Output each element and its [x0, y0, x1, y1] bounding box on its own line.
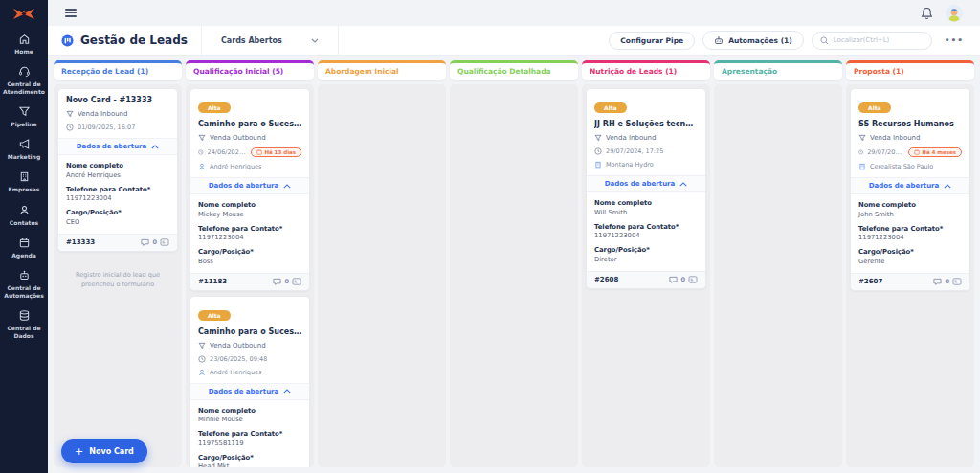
- sidebar-item-central-de-automacoes[interactable]: Central de Automações: [1, 269, 47, 300]
- column-recepcao-de-lead: Recepção de Lead (1) Novo Card - #13333 …: [54, 60, 182, 467]
- view-selector-dropdown[interactable]: Cards Abertos: [201, 26, 339, 55]
- card-id: #11183: [198, 278, 227, 285]
- priority-badge: Alta: [198, 310, 231, 321]
- details-icon[interactable]: [160, 238, 169, 246]
- column-header: Nutrição de Leads (1): [582, 60, 710, 80]
- dados-abertura-toggle[interactable]: Dados de abertura: [851, 177, 969, 194]
- column-header: Qualificação Detalhada: [450, 60, 578, 80]
- card-datetime: 23/06/2025, 09:48: [210, 355, 267, 363]
- field-value: 11971223004: [594, 232, 698, 239]
- chevron-up-icon: [283, 389, 291, 394]
- card-datetime: 01/09/2025, 16:07: [78, 124, 135, 131]
- sidebar-item-label: Empresas: [9, 186, 40, 193]
- comment-count: 0: [284, 278, 289, 285]
- new-card-label: Novo Card: [89, 447, 134, 456]
- priority-badge: Alta: [594, 102, 627, 113]
- field-value: 11971223004: [858, 234, 962, 241]
- lead-card[interactable]: Novo Card - #13333 Venda Inbound 01/09/2…: [57, 88, 178, 252]
- field-label: Cargo/Posição*: [858, 248, 962, 256]
- details-icon[interactable]: [292, 278, 301, 285]
- comment-icon[interactable]: [141, 238, 149, 247]
- app-logo: [11, 0, 36, 29]
- pipe-logo-icon: [61, 34, 74, 47]
- dados-abertura-toggle[interactable]: Dados de abertura: [587, 175, 705, 192]
- sidebar-item-marketing[interactable]: Marketing: [1, 138, 47, 161]
- more-options-button[interactable]: •••: [940, 35, 969, 45]
- avatar[interactable]: [946, 5, 963, 22]
- search-input[interactable]: [812, 32, 932, 50]
- field-value: Mickey Mouse: [198, 211, 301, 218]
- sidebar-item-pipeline[interactable]: Pipeline: [1, 105, 47, 128]
- clock-icon: [66, 124, 74, 131]
- column-abordagem-inicial: Abordagem Inicial: [318, 60, 446, 467]
- field-label: Nome completo: [858, 201, 962, 209]
- headset-icon: [18, 65, 31, 78]
- field-value: 11975581119: [198, 439, 301, 447]
- pipeline-icon: [198, 134, 206, 142]
- dados-abertura-toggle[interactable]: Dados de abertura: [58, 138, 177, 155]
- column-body: [450, 84, 578, 467]
- column-body: Alta SS Recursos Humanos Venda Inbound 2…: [846, 84, 974, 467]
- database-icon: [18, 309, 31, 322]
- card-title: Caminho para o Sucesso - #3...: [198, 120, 301, 128]
- sidebar-item-central-de-atendimento[interactable]: Central de Atendimento: [1, 65, 47, 96]
- clock-icon: [198, 355, 206, 363]
- field-value: Gerente: [858, 258, 962, 265]
- field-label: Nome completo: [66, 162, 169, 169]
- card-company: Cerealista São Paulo: [870, 163, 933, 170]
- sidebar-item-home[interactable]: Home: [1, 33, 47, 56]
- sidebar-item-contatos[interactable]: Contatos: [1, 204, 47, 227]
- person-icon: [198, 163, 206, 170]
- comment-icon[interactable]: [273, 278, 281, 286]
- megaphone-icon: [18, 138, 31, 150]
- automations-button[interactable]: Automações (1): [702, 31, 804, 50]
- field-label: Telefone para Contato*: [198, 430, 301, 438]
- lead-card[interactable]: Alta Caminho para o Sucesso - #3... Vend…: [189, 296, 310, 468]
- sidebar-item-label: Pipeline: [11, 121, 36, 128]
- sidebar-item-label: Central de Dados: [1, 325, 47, 340]
- sidebar-item-label: Contatos: [10, 219, 38, 227]
- clock-icon: [858, 148, 863, 156]
- sidebar-item-empresas[interactable]: Empresas: [1, 170, 47, 193]
- card-pipeline: Venda Outbound: [210, 134, 266, 142]
- plus-icon: +: [75, 448, 83, 456]
- card-id: #2607: [858, 278, 882, 285]
- main-content: Gestão de Leads Cards Abertos Configurar…: [48, 0, 980, 473]
- field-value: CEO: [66, 218, 169, 226]
- card-datetime: 29/07/2024, 17:24: [867, 148, 904, 156]
- app: Home Central de Atendimento Pipeline Mar…: [0, 0, 980, 473]
- building-icon: [18, 170, 31, 183]
- field-value: André Henriques: [66, 171, 169, 179]
- field-value: Diretor: [594, 256, 698, 263]
- new-card-button[interactable]: + Novo Card: [61, 439, 147, 463]
- configure-pipe-button[interactable]: Configurar Pipe: [609, 32, 695, 50]
- column-qualificacao-inicial: Qualificação Inicial (5) Alta Caminho pa…: [186, 60, 314, 467]
- lead-card[interactable]: Alta JJ RH e Soluções tecnologicas Venda…: [586, 88, 706, 289]
- dados-abertura-toggle[interactable]: Dados de abertura: [190, 383, 309, 400]
- sidebar-item-central-de-dados[interactable]: Central de Dados: [1, 309, 47, 340]
- lead-card[interactable]: Alta Caminho para o Sucesso - #3... Vend…: [189, 88, 310, 291]
- age-badge: Há 13 dias: [251, 147, 301, 157]
- comment-icon[interactable]: [669, 276, 678, 284]
- menu-toggle-icon[interactable]: [65, 9, 77, 17]
- age-badge: Há 4 meses: [908, 147, 962, 157]
- details-icon[interactable]: [952, 278, 962, 285]
- sidebar-item-agenda[interactable]: Agenda: [1, 236, 47, 259]
- company-icon: [858, 163, 866, 170]
- automation-robot-icon: [714, 35, 724, 45]
- field-value: 11971223004: [198, 234, 301, 241]
- chevron-up-icon: [151, 145, 159, 149]
- bell-icon[interactable]: [921, 7, 933, 20]
- field-label: Telefone para Contato*: [66, 186, 169, 193]
- card-pipeline: Venda Inbound: [870, 134, 921, 142]
- details-icon[interactable]: [688, 276, 698, 283]
- search-box: [812, 32, 932, 50]
- lead-card[interactable]: Alta SS Recursos Humanos Venda Inbound 2…: [850, 88, 970, 291]
- field-value: 11971223004: [66, 194, 169, 202]
- comment-icon[interactable]: [933, 278, 942, 286]
- clock-icon: [594, 147, 602, 155]
- page-title: Gestão de Leads: [80, 34, 188, 47]
- column-qualificacao-detalhada: Qualificação Detalhada: [450, 60, 578, 467]
- top-strip: [48, 0, 980, 26]
- dados-abertura-toggle[interactable]: Dados de abertura: [190, 177, 309, 194]
